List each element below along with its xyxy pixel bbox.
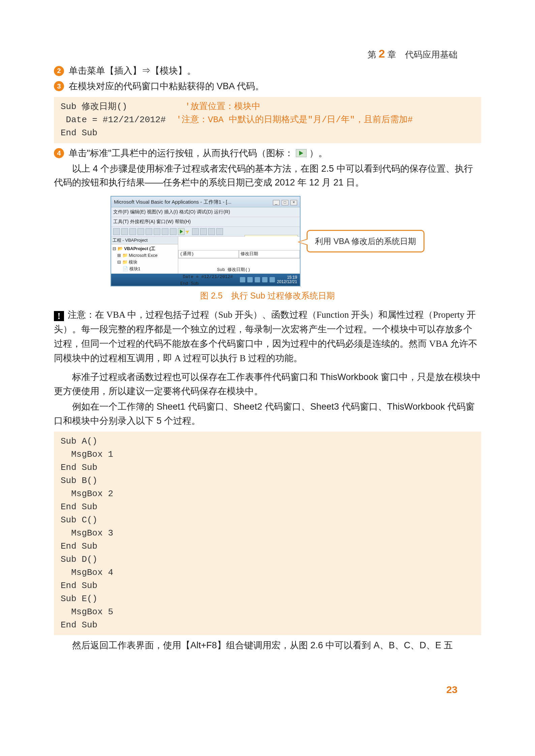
- step-3: 3 在模块对应的代码窗口中粘贴获得的 VBA 代码。: [54, 79, 481, 94]
- paragraph-2: 标准子过程或者函数过程也可以保存在工作表事件代码窗口和 ThisWorkbook…: [54, 370, 481, 399]
- window-buttons: _ □ ×: [272, 198, 297, 206]
- step-4: 4 单击"标准"工具栏中的运行按钮，从而执行代码（图标： ）。: [54, 146, 481, 161]
- vbe-title-text: Microsoft Visual Basic for Applications …: [114, 198, 231, 206]
- step-badge-4: 4: [54, 148, 64, 158]
- note-icon: !: [54, 311, 64, 321]
- toolbar-btn[interactable]: [137, 228, 144, 235]
- step-3-text: 在模块对应的代码窗口中粘贴获得的 VBA 代码。: [69, 81, 264, 91]
- step-badge-3: 3: [54, 81, 64, 91]
- code-block-1: Sub 修改日期() '放置位置：模块中 Date = #12/21/2012#…: [54, 97, 481, 143]
- tree-node[interactable]: ⊞ 📁 Microsoft Exce: [113, 252, 177, 259]
- toolbar-btn[interactable]: [154, 228, 160, 235]
- step-2: 2 单击菜单【插入】⇒【模块】。: [54, 64, 481, 78]
- page: 第 2 章 代码应用基础 2 单击菜单【插入】⇒【模块】。 3 在模块对应的代码…: [0, 0, 535, 756]
- toolbar-btn[interactable]: [121, 228, 128, 235]
- combo-general[interactable]: (通用): [178, 250, 239, 258]
- note-paragraph: ! 注意：在 VBA 中，过程包括子过程（Sub 开头）、函数过程（Functi…: [54, 308, 481, 366]
- toolbar-btn[interactable]: [192, 228, 199, 235]
- figure-2-5: Microsoft Visual Basic for Applications …: [54, 196, 481, 286]
- chapter-header: 第 2 章 代码应用基础: [368, 47, 458, 61]
- toolbar-btn[interactable]: [129, 228, 136, 235]
- vbe-screenshot: Microsoft Visual Basic for Applications …: [111, 196, 301, 286]
- vbe-menu-row1[interactable]: 文件(F) 编辑(E) 视图(V) 插入(I) 格式(O) 调试(D) 运行(R…: [111, 207, 300, 217]
- code-block-2: Sub A() MsgBox 1 End Sub Sub B() MsgBox …: [54, 432, 481, 635]
- toolbar-btn[interactable]: [162, 228, 168, 235]
- step-4a-text: 单击"标准"工具栏中的运行按钮，从而执行代码（图标：: [69, 148, 293, 158]
- close-icon[interactable]: ×: [290, 200, 297, 205]
- vbe-toolbar: 运行子过程/用户窗体 (F5): [111, 227, 300, 237]
- project-explorer[interactable]: 工程 - VBAProject ⊟ 📂 VBAProject (工 ⊞ 📁 Mi…: [111, 237, 178, 274]
- note-text: 在 VBA 中，过程包括子过程（Sub 开头）、函数过程（Function 开头…: [54, 310, 477, 364]
- toolbar-btn[interactable]: [216, 228, 223, 235]
- code-pane[interactable]: (通用) 修改日期 Sub 修改日期() Date = #12/21/2012#…: [178, 237, 300, 274]
- vbe-window: Microsoft Visual Basic for Applications …: [111, 196, 301, 286]
- code1-l3: End Sub: [61, 128, 97, 138]
- page-number: 23: [446, 684, 458, 695]
- project-title: 工程 - VBAProject: [111, 237, 178, 244]
- paragraph-1: 以上 4 个步骤是使用标准子过程或者宏代码的基本方法，在图 2.5 中可以看到代…: [54, 162, 481, 190]
- step-2-text: 单击菜单【插入】⇒【模块】。: [69, 66, 196, 76]
- toolbar-btn[interactable]: [208, 228, 215, 235]
- code1-l1a: Sub 修改日期(): [61, 102, 127, 112]
- toolbar-btn[interactable]: [200, 228, 207, 235]
- minimize-icon[interactable]: _: [273, 200, 280, 205]
- run-icon: [296, 149, 307, 157]
- callout-bubble: 利用 VBA 修改后的系统日期: [307, 230, 424, 252]
- header-prefix: 第: [368, 49, 376, 60]
- paragraph-3: 例如在一个工作簿的 Sheet1 代码窗口、Sheet2 代码窗口、Sheet3…: [54, 400, 481, 428]
- note-label: 注意：: [68, 310, 95, 320]
- vbe-titlebar: Microsoft Visual Basic for Applications …: [111, 197, 300, 207]
- content: 2 单击菜单【插入】⇒【模块】。 3 在模块对应的代码窗口中粘贴获得的 VBA …: [54, 64, 481, 653]
- step-badge-2: 2: [54, 66, 64, 76]
- chapter-number: 2: [379, 47, 385, 60]
- vbe-menu-row2[interactable]: 工具(T) 外接程序(A) 窗口(W) 帮助(H): [111, 217, 300, 227]
- cursor-icon: [186, 228, 191, 235]
- code-combos: (通用) 修改日期: [178, 250, 300, 259]
- tree-node[interactable]: ⊟ 📁 模块: [113, 259, 177, 266]
- tree-leaf-module1[interactable]: 📄 模块1: [113, 266, 177, 272]
- step-4b-text: ）。: [309, 148, 327, 158]
- toolbar-btn[interactable]: [170, 228, 177, 235]
- vbe-body: 工程 - VBAProject ⊟ 📂 VBAProject (工 ⊞ 📁 Mi…: [111, 237, 300, 274]
- tree-root[interactable]: ⊟ 📂 VBAProject (工: [113, 245, 177, 252]
- code1-l2b: '注意：VBA 中默认的日期格式是"月/日/年"，且前后需加#: [176, 115, 413, 125]
- code-text: Sub 修改日期() Date = #12/21/2012# End Sub: [180, 267, 250, 286]
- code1-l1b: '放置位置：模块中: [185, 102, 260, 112]
- paragraph-4: 然后返回工作表界面，使用【Alt+F8】组合键调用宏，从图 2.6 中可以看到 …: [54, 639, 481, 653]
- toolbar-btn[interactable]: [146, 228, 152, 235]
- toolbar-btn[interactable]: [113, 228, 120, 235]
- header-suffix: 章 代码应用基础: [387, 49, 458, 60]
- combo-proc[interactable]: 修改日期: [239, 250, 300, 258]
- maximize-icon[interactable]: □: [282, 200, 288, 205]
- code1-l2a: Date = #12/21/2012#: [61, 115, 166, 125]
